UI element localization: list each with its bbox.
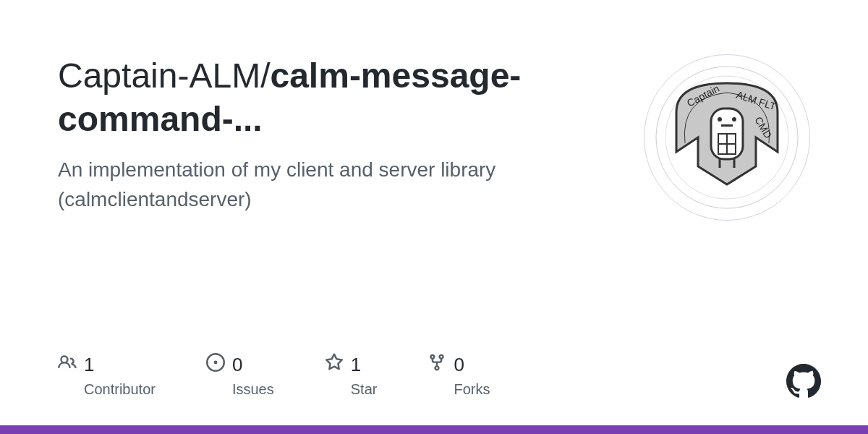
main-row: Captain-ALM/calm-message-command-... An … <box>58 54 810 221</box>
star-icon <box>325 353 344 377</box>
stars-label: Star <box>351 381 378 398</box>
repo-separator: / <box>260 56 270 95</box>
stat-stars[interactable]: 1 Star <box>325 353 378 398</box>
text-block: Captain-ALM/calm-message-command-... An … <box>58 54 644 214</box>
avatar-container[interactable]: Captain ALM FLT CMD <box>644 54 810 221</box>
social-card: Captain-ALM/calm-message-command-... An … <box>0 0 868 434</box>
svg-rect-8 <box>721 124 733 127</box>
svg-point-7 <box>732 117 736 122</box>
repo-owner[interactable]: Captain-ALM <box>58 56 260 95</box>
repo-description: An implementation of my client and serve… <box>58 156 615 214</box>
contributors-label: Contributor <box>84 381 156 398</box>
issues-count: 0 <box>232 354 242 376</box>
avatar-image: Captain ALM FLT CMD <box>655 65 799 210</box>
stat-forks[interactable]: 0 Forks <box>427 353 490 398</box>
repo-title[interactable]: Captain-ALM/calm-message-command-... <box>58 54 615 141</box>
github-logo[interactable] <box>786 364 821 401</box>
issue-icon <box>206 353 225 377</box>
stat-top: 0 <box>427 353 464 377</box>
stat-contributors[interactable]: 1 Contributor <box>58 353 156 398</box>
issues-label: Issues <box>232 381 274 398</box>
avatar[interactable]: Captain ALM FLT CMD <box>644 54 810 221</box>
accent-bar <box>0 425 868 434</box>
stat-top: 0 <box>206 353 242 377</box>
fork-icon <box>427 353 446 377</box>
stat-top: 1 <box>325 353 361 377</box>
stat-top: 1 <box>58 353 94 377</box>
svg-point-6 <box>718 117 722 122</box>
forks-count: 0 <box>454 354 464 376</box>
stat-issues[interactable]: 0 Issues <box>206 353 274 398</box>
contributors-count: 1 <box>84 354 94 376</box>
github-icon <box>786 364 821 399</box>
forks-label: Forks <box>454 381 490 398</box>
people-icon <box>58 353 77 377</box>
stats-row: 1 Contributor 0 Issues 1 Star <box>58 353 490 398</box>
stars-count: 1 <box>351 354 361 376</box>
